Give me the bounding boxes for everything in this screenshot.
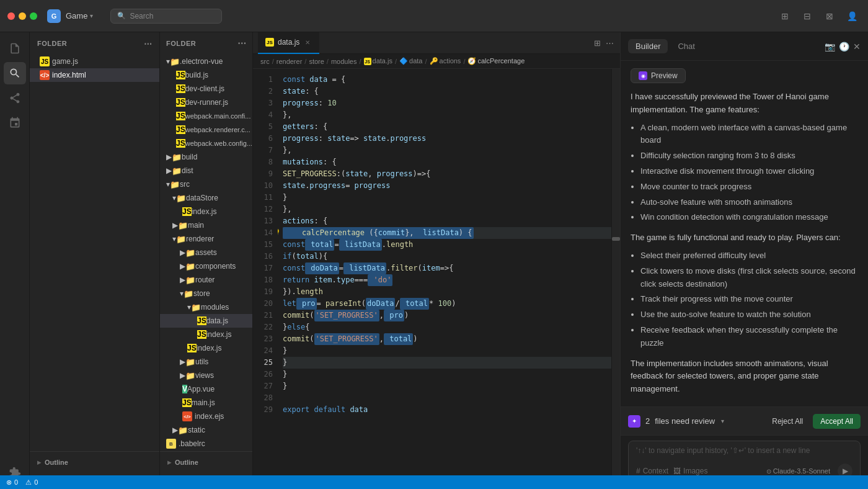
breadcrumb-renderer[interactable]: renderer [277, 58, 303, 65]
panel-actions-icon[interactable]: ⋯ [237, 38, 247, 48]
minimize-button[interactable] [19, 12, 26, 20]
panel-item-assets[interactable]: ▶ 📁 assets [160, 246, 252, 259]
scrollbar-thumb[interactable] [612, 237, 620, 241]
panel-item-views[interactable]: ▶ 📁 views [160, 369, 252, 382]
panel-item-webpack-renderer[interactable]: JS webpack.renderer.c... [160, 123, 252, 137]
breadcrumb-store[interactable]: store [309, 58, 324, 65]
account-button[interactable]: 👤 [843, 7, 861, 25]
split-editor-icon[interactable]: ⊞ [593, 37, 602, 49]
layout-button[interactable]: ⊟ [799, 7, 816, 25]
folder-icon-2: 📁 [172, 153, 182, 162]
player-intro-text: The game is fully functional and ready t… [631, 231, 858, 244]
panel-item-babelrc[interactable]: B .babelrc [160, 437, 252, 451]
screenshot-icon[interactable]: 📷 [825, 42, 835, 52]
context-button[interactable]: # Context [636, 467, 668, 475]
right-panel-header: Builder Chat 📷 🕐 ✕ [621, 32, 868, 61]
input-placeholder[interactable]: '↑↓' to navigate input history, '⇧↵' to … [636, 446, 852, 460]
status-bar: ⊗ 0 ⚠ 0 [0, 475, 868, 489]
panel-item-app-vue[interactable]: V App.vue [160, 382, 252, 396]
babel-icon: B [166, 439, 176, 449]
activity-files-icon[interactable] [4, 37, 26, 60]
panel-item-renderer[interactable]: ▾ 📁 renderer [160, 232, 252, 246]
search-bar[interactable]: 🔍 Search [110, 9, 222, 24]
breadcrumb-modules[interactable]: modules [331, 58, 357, 65]
close-button[interactable] [7, 12, 15, 20]
panel-item-datastore-index[interactable]: JS index.js [160, 205, 252, 218]
chevron-right-icon-11: ▶ [172, 426, 178, 434]
panel-item-components[interactable]: ▶ 📁 components [160, 259, 252, 273]
code-line-22: } else { [283, 321, 611, 333]
panel-item-main[interactable]: ▶ 📁 main [160, 218, 252, 232]
breadcrumb-calc[interactable]: 🧭calcPercentage [467, 57, 525, 65]
panel-item-build-js[interactable]: JS build.js [160, 68, 252, 82]
js-icon-6: JS [176, 139, 185, 148]
close-panel-icon[interactable]: ✕ [853, 42, 861, 52]
preview-button[interactable]: ◉ Preview [631, 68, 686, 83]
code-line-2: state: { [283, 86, 611, 97]
accept-all-button[interactable]: Accept All [813, 414, 861, 429]
breadcrumb-data-js[interactable]: JSdata.js [364, 57, 392, 65]
status-errors[interactable]: ⊗ 0 [6, 478, 18, 487]
code-line-5: getters: { [283, 121, 611, 133]
panel-item-build[interactable]: ▶ 📁 build [160, 150, 252, 164]
sidebar-outline[interactable]: ▶ Outline [30, 454, 159, 470]
panel-item-modules-index[interactable]: JS index.js [160, 328, 252, 341]
panel-item-main-js[interactable]: JS main.js [160, 396, 252, 410]
sidebar-toggle-button[interactable]: ⊞ [776, 7, 794, 25]
status-warnings[interactable]: ⚠ 0 [25, 478, 38, 487]
editor-area: JS data.js ✕ ⊞ ⋯ src / renderer / store … [253, 32, 620, 489]
code-line-12: }, [283, 204, 611, 215]
folder-icon-14: 📁 [185, 371, 195, 380]
panel-item-store-index[interactable]: JS index.js [160, 341, 252, 355]
panel-item-dev-runner[interactable]: JS dev-runner.js [160, 96, 252, 109]
panel-item-store[interactable]: ▾ 📁 store [160, 287, 252, 300]
activity-git-icon[interactable] [4, 87, 26, 109]
panel-item-electron-vue[interactable]: ▾ 📁 .electron-vue [160, 55, 252, 68]
js-icon: JS [176, 71, 185, 79]
tab-close-button[interactable]: ✕ [303, 38, 312, 47]
panel-item-webpack-main[interactable]: JS webpack.main.confi... [160, 109, 252, 123]
panel-item-router[interactable]: ▶ 📁 router [160, 273, 252, 287]
code-line-4: }, [283, 109, 611, 121]
panel-outline[interactable]: ▶ Outline [160, 454, 252, 470]
breadcrumb-js-icon: JS [364, 58, 371, 65]
panel-item-data-js[interactable]: JS data.js [160, 314, 252, 328]
panel-item-modules[interactable]: ▾ 📁 modules [160, 300, 252, 314]
player-actions-list: Select their preferred difficulty level … [640, 249, 858, 350]
sidebar-item-index-html[interactable]: </> index.html [30, 68, 159, 82]
breadcrumb-src[interactable]: src [260, 58, 270, 65]
split-button[interactable]: ⊠ [821, 7, 838, 25]
html-file-icon: </> [40, 70, 50, 80]
right-panel-actions: 📷 🕐 ✕ [825, 42, 861, 52]
builder-tab[interactable]: Builder [628, 39, 668, 53]
chat-tab[interactable]: Chat [670, 39, 702, 53]
reject-all-button[interactable]: Reject All [767, 415, 808, 428]
panel-item-static[interactable]: ▶ 📁 static [160, 423, 252, 437]
js-icon-5: JS [176, 125, 185, 134]
maximize-button[interactable] [30, 12, 37, 20]
panel-item-dev-client[interactable]: JS dev-client.js [160, 82, 252, 96]
sidebar-item-game-js[interactable]: JS game.js [30, 55, 159, 68]
code-area[interactable]: const data = { state: { progress: 10 }, … [278, 69, 611, 489]
minimap [611, 69, 620, 489]
activity-search-icon[interactable] [4, 62, 26, 84]
sidebar-content: JS game.js </> index.html [30, 55, 159, 451]
history-icon[interactable]: 🕐 [839, 42, 849, 52]
editor-tab-data-js[interactable]: JS data.js ✕ [258, 32, 319, 54]
activity-plugin-icon[interactable] [4, 112, 26, 134]
panel-item-datastore[interactable]: ▾ 📁 dataStore [160, 191, 252, 205]
panel-item-utils[interactable]: ▶ 📁 utils [160, 355, 252, 369]
images-button[interactable]: 🖼 Images [673, 467, 707, 475]
folder-icon-15: 📁 [178, 426, 188, 435]
panel-item-webpack-web[interactable]: JS webpack.web.config... [160, 137, 252, 150]
breadcrumb-actions[interactable]: 🔑actions [430, 57, 461, 65]
new-file-icon[interactable]: ⋯ [144, 39, 153, 48]
app-title: Game ▾ [66, 11, 93, 20]
panel-item-dist[interactable]: ▶ 📁 dist [160, 164, 252, 177]
breadcrumb-data-obj[interactable]: 🔷data [399, 57, 422, 65]
more-actions-icon[interactable]: ⋯ [604, 37, 615, 49]
panel-item-index-ejs[interactable]: </> index.ejs [160, 410, 252, 423]
review-bar: ✦ 2 files need review ▾ Reject All Accep… [621, 406, 868, 435]
panel-item-src[interactable]: ▾ 📁 src [160, 177, 252, 191]
js-icon-3: JS [176, 98, 185, 107]
